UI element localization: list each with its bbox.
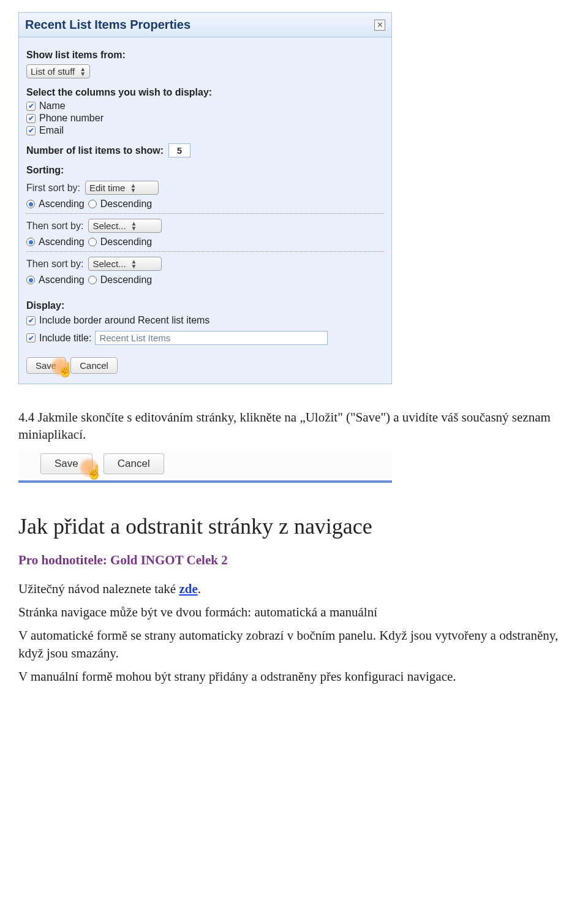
- title-input[interactable]: Recent List Items: [95, 331, 328, 345]
- evaluator-note: Pro hodnotitele: Gold INGOT Celek 2: [18, 553, 570, 568]
- checkbox-border[interactable]: ✔: [26, 316, 36, 325]
- then-sort-select-1[interactable]: Select... ▲▼: [88, 219, 162, 233]
- desc-label-1: Descending: [100, 199, 153, 210]
- checkbox-name[interactable]: ✔: [26, 102, 36, 111]
- dialog-title: Recent List Items Properties: [25, 18, 190, 32]
- paragraph-2: Užitečný návod naleznete také zde.: [18, 580, 570, 597]
- show-from-value: List of stuff: [31, 66, 75, 77]
- paragraph-5: V manuální formě mohou být strany přidán…: [18, 668, 570, 685]
- checkbox-phone[interactable]: ✔: [26, 114, 36, 123]
- radio-asc-3[interactable]: [26, 276, 35, 284]
- col-name-label: Name: [39, 100, 66, 112]
- close-icon[interactable]: ✕: [374, 20, 385, 31]
- then-sort-label-1: Then sort by:: [26, 221, 83, 232]
- select-arrows-icon: ▲▼: [130, 183, 136, 193]
- columns-label: Select the columns you wish to display:: [26, 87, 384, 98]
- include-title-label: Include title:: [39, 333, 91, 344]
- radio-desc-2[interactable]: [88, 238, 97, 246]
- paragraph-3: Stránka navigace může být ve dvou formác…: [18, 604, 570, 621]
- checkbox-email[interactable]: ✔: [26, 126, 36, 135]
- first-sort-value: Edit time: [89, 183, 125, 193]
- select-arrows-icon: ▲▼: [131, 259, 137, 269]
- asc-label-3: Ascending: [39, 274, 85, 286]
- para2-suffix: .: [198, 581, 201, 596]
- link-zde[interactable]: zde: [179, 581, 197, 596]
- save-cancel-bar: Save Cancel ☝: [18, 450, 392, 483]
- para2-prefix: Užitečný návod naleznete také: [18, 581, 179, 596]
- dialog-body: Show list items from: List of stuff ▲▼ S…: [19, 37, 391, 384]
- sorting-label: Sorting:: [26, 165, 384, 176]
- first-sort-label: First sort by:: [26, 183, 80, 194]
- asc-label-2: Ascending: [39, 237, 85, 248]
- then-sort-value-1: Select...: [92, 221, 126, 231]
- desc-label-2: Descending: [100, 237, 153, 248]
- then-sort-label-2: Then sort by:: [26, 259, 83, 270]
- col-email-label: Email: [39, 125, 64, 136]
- desc-label-3: Descending: [100, 274, 153, 286]
- then-sort-value-2: Select...: [92, 259, 126, 269]
- radio-desc-3[interactable]: [88, 276, 97, 284]
- paragraph-1: 4.4 Jakmile skončíte s editováním stránk…: [18, 409, 570, 444]
- select-arrows-icon: ▲▼: [131, 221, 137, 231]
- radio-desc-1[interactable]: [88, 200, 97, 208]
- cancel-button[interactable]: Cancel: [70, 357, 118, 374]
- show-from-select[interactable]: List of stuff ▲▼: [26, 64, 90, 78]
- properties-dialog: Recent List Items Properties ✕ Show list…: [18, 12, 392, 384]
- save-button[interactable]: Save: [26, 357, 66, 374]
- checkbox-title[interactable]: ✔: [26, 333, 36, 343]
- then-sort-select-2[interactable]: Select... ▲▼: [88, 257, 162, 271]
- radio-asc-2[interactable]: [26, 238, 35, 246]
- col-phone-label: Phone number: [39, 113, 104, 124]
- include-border-label: Include border around Recent list items: [39, 315, 209, 326]
- paragraph-4: V automatické formě se strany automatick…: [18, 627, 570, 662]
- heading-add-remove-nav: Jak přidat a odstranit stránky z navigac…: [18, 513, 570, 539]
- dialog-header: Recent List Items Properties ✕: [19, 13, 391, 37]
- show-from-label: Show list items from:: [26, 50, 384, 61]
- bar-save-button[interactable]: Save: [40, 453, 92, 474]
- num-items-label: Number of list items to show:: [26, 145, 164, 156]
- bar-cancel-button[interactable]: Cancel: [104, 453, 164, 474]
- select-arrows-icon: ▲▼: [80, 67, 86, 77]
- num-items-input[interactable]: 5: [168, 143, 190, 157]
- display-label: Display:: [26, 300, 384, 311]
- asc-label-1: Ascending: [39, 199, 85, 210]
- first-sort-select[interactable]: Edit time ▲▼: [85, 181, 159, 195]
- radio-asc-1[interactable]: [26, 200, 35, 208]
